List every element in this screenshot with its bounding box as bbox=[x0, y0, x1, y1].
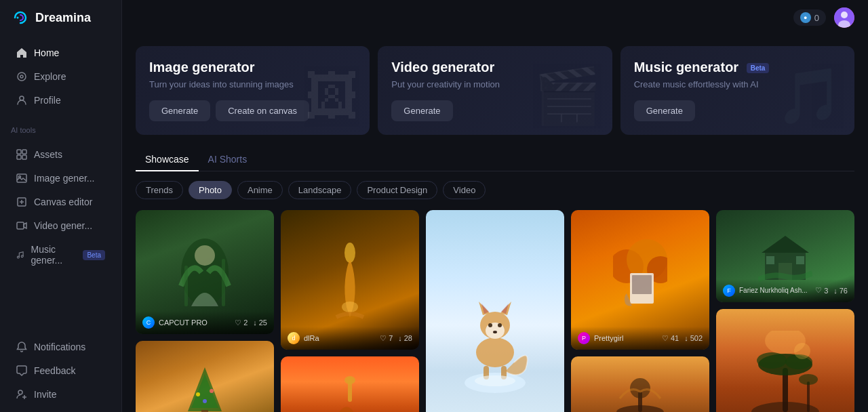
capcut-avatar: C bbox=[142, 316, 155, 329]
house-author: F Fariez Nurkholiq Ash... bbox=[723, 285, 808, 297]
grid-item-fox[interactable]: d dlRa ♡ 4 ↓ 42 bbox=[426, 210, 564, 412]
svg-marker-56 bbox=[762, 236, 809, 253]
music-generate-button[interactable]: Generate bbox=[634, 100, 695, 121]
tab-showcase[interactable]: Showcase bbox=[136, 148, 199, 171]
svg-rect-21 bbox=[222, 259, 225, 306]
prettygirl-avatar: P bbox=[578, 332, 590, 344]
logo-area[interactable]: Dreamina bbox=[0, 0, 121, 35]
svg-rect-51 bbox=[632, 275, 652, 294]
sidebar-label-image-gen: Image gener... bbox=[34, 173, 95, 184]
house-likes: ♡ 3 bbox=[815, 286, 828, 295]
grid-item-savanna-main[interactable] bbox=[716, 309, 854, 412]
sidebar-item-notifications[interactable]: Notifications bbox=[5, 335, 116, 358]
image-generate-button[interactable]: Generate bbox=[149, 100, 210, 121]
video-generate-button[interactable]: Generate bbox=[391, 100, 452, 121]
music-icon bbox=[16, 249, 24, 260]
invite-icon bbox=[16, 389, 27, 400]
sidebar-item-explore[interactable]: Explore bbox=[5, 65, 116, 88]
music-gen-beta-badge: Beta bbox=[747, 63, 770, 73]
grid-col-3: d dlRa ♡ 4 ↓ 42 bbox=[426, 210, 564, 412]
grid-item-house[interactable]: F Fariez Nurkholiq Ash... ♡ 3 ↓ 76 bbox=[716, 210, 854, 302]
showcase-tabs: Showcase AI Shorts bbox=[136, 148, 854, 171]
tab-ai-shorts[interactable]: AI Shorts bbox=[199, 148, 257, 171]
bell-icon bbox=[16, 342, 27, 352]
filter-landscape[interactable]: Landscape bbox=[288, 181, 352, 199]
grid-item-giraffe[interactable] bbox=[281, 356, 419, 412]
sidebar-label-profile: Profile bbox=[34, 95, 61, 106]
svg-point-13 bbox=[21, 255, 23, 258]
sidebar-item-assets[interactable]: Assets bbox=[5, 143, 116, 166]
generator-cards-row: Image generator Turn your ideas into stu… bbox=[136, 46, 854, 135]
candle-stats: ♡ 7 ↓ 28 bbox=[380, 334, 412, 343]
grid-item-xmas[interactable] bbox=[136, 341, 274, 412]
avatar[interactable] bbox=[834, 7, 854, 28]
video-generator-card: Video generator Put your creativity in m… bbox=[378, 46, 612, 135]
svg-rect-24 bbox=[201, 410, 208, 412]
savanna-main-image bbox=[716, 309, 854, 412]
candle-footer: d dlRa ♡ 7 ↓ 28 bbox=[281, 327, 419, 350]
svg-point-64 bbox=[757, 352, 787, 369]
grid-item-candle[interactable]: d dlRa ♡ 7 ↓ 28 bbox=[281, 210, 419, 350]
forest-lady-stats: ♡ 2 ↓ 25 bbox=[235, 318, 267, 327]
svg-point-46 bbox=[475, 375, 515, 386]
bottom-nav: Notifications Feedback Invite bbox=[0, 329, 121, 412]
credits-value: 0 bbox=[814, 13, 819, 23]
showcase-section: Showcase AI Shorts Trends Photo Anime La… bbox=[136, 148, 854, 412]
autumn-author: P Prettygirl bbox=[578, 332, 623, 344]
svg-point-1 bbox=[18, 73, 26, 81]
svg-point-68 bbox=[794, 343, 810, 359]
feedback-icon bbox=[16, 365, 27, 376]
dlra-avatar-1: d bbox=[288, 332, 300, 344]
filter-trends[interactable]: Trends bbox=[136, 181, 183, 199]
grid-item-autumn[interactable]: P Prettygirl ♡ 41 ↓ 502 bbox=[571, 210, 709, 350]
svg-rect-4 bbox=[17, 150, 21, 154]
sidebar-item-invite[interactable]: Invite bbox=[5, 383, 116, 406]
svg-point-2 bbox=[20, 75, 23, 78]
svg-point-43 bbox=[493, 331, 497, 333]
svg-point-29 bbox=[342, 302, 358, 312]
app-name: Dreamina bbox=[35, 11, 91, 25]
grid-item-savanna-bottom[interactable] bbox=[571, 356, 709, 412]
house-footer: F Fariez Nurkholiq Ash... ♡ 3 ↓ 76 bbox=[716, 279, 854, 302]
autumn-footer: P Prettygirl ♡ 41 ↓ 502 bbox=[571, 327, 709, 350]
sidebar-item-music-generator[interactable]: Music gener... Beta bbox=[5, 238, 116, 272]
svg-rect-7 bbox=[22, 155, 26, 159]
svg-point-27 bbox=[203, 399, 207, 403]
sidebar-item-video-generator[interactable]: Video gener... bbox=[5, 214, 116, 237]
svg-rect-5 bbox=[22, 150, 26, 154]
svg-rect-6 bbox=[17, 155, 21, 159]
filter-photo[interactable]: Photo bbox=[189, 181, 232, 199]
image-bg-decoration: 🖼 bbox=[304, 66, 359, 128]
sidebar-label-assets: Assets bbox=[34, 149, 62, 160]
sidebar-label-home: Home bbox=[34, 47, 59, 58]
grid-col-1: C CAPCUT PRO ♡ 2 ↓ 25 bbox=[136, 210, 274, 412]
sidebar-item-image-generator[interactable]: Image gener... bbox=[5, 167, 116, 190]
image-canvas-button[interactable]: Create on canvas bbox=[216, 100, 309, 121]
svg-point-14 bbox=[18, 390, 22, 394]
forest-lady-author: C CAPCUT PRO bbox=[142, 316, 208, 329]
sidebar-item-profile[interactable]: Profile bbox=[5, 89, 116, 112]
filter-product-design[interactable]: Product Design bbox=[357, 181, 437, 199]
credits-display[interactable]: ● 0 bbox=[793, 9, 826, 26]
filter-video[interactable]: Video bbox=[443, 181, 486, 199]
xmas-image bbox=[136, 341, 274, 412]
home-icon bbox=[16, 47, 27, 58]
sidebar-item-feedback[interactable]: Feedback bbox=[5, 359, 116, 382]
svg-rect-58 bbox=[766, 256, 774, 264]
sidebar-item-canvas-editor[interactable]: Canvas editor bbox=[5, 190, 116, 213]
forest-lady-footer: C CAPCUT PRO ♡ 2 ↓ 25 bbox=[136, 311, 274, 334]
sidebar-label-invite: Invite bbox=[34, 389, 56, 400]
svg-point-16 bbox=[841, 12, 848, 18]
grid-item-forest-lady[interactable]: C CAPCUT PRO ♡ 2 ↓ 25 bbox=[136, 210, 274, 334]
grid-col-5: F Fariez Nurkholiq Ash... ♡ 3 ↓ 76 bbox=[716, 210, 854, 412]
grid-col-2: d dlRa ♡ 7 ↓ 28 bbox=[281, 210, 419, 412]
grid-col-4: P Prettygirl ♡ 41 ↓ 502 bbox=[571, 210, 709, 412]
sidebar-label-explore: Explore bbox=[34, 71, 66, 82]
music-generator-card: Music generator Beta Create music effort… bbox=[620, 46, 854, 135]
filter-anime[interactable]: Anime bbox=[237, 181, 283, 199]
main-content: Image generator Turn your ideas into stu… bbox=[122, 0, 868, 412]
house-stats: ♡ 3 ↓ 76 bbox=[815, 286, 848, 295]
sidebar-item-home[interactable]: Home bbox=[5, 41, 116, 64]
sidebar-label-canvas: Canvas editor bbox=[34, 197, 92, 207]
filter-pills: Trends Photo Anime Landscape Product Des… bbox=[136, 181, 854, 199]
